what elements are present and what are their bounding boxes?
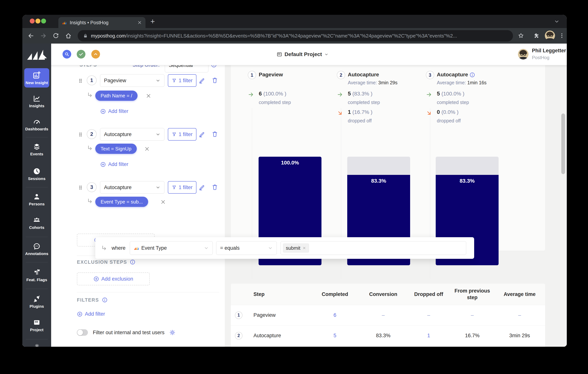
completed-count[interactable]: 6 [259, 91, 262, 97]
chevron-down-icon [156, 185, 160, 190]
row-completed-link[interactable]: 5 [310, 333, 359, 339]
property-filter-pill[interactable]: Text = SignUp [95, 144, 137, 154]
remove-filter-x-icon[interactable] [144, 146, 150, 152]
sidebar-item-label: Annotations [25, 251, 48, 256]
browser-menu-kebab-icon[interactable] [559, 32, 565, 39]
delete-trash-icon[interactable] [211, 184, 218, 191]
sidebar-item-dashboards[interactable]: Dashboards [22, 118, 51, 131]
sidebar-item-events[interactable]: Events [22, 143, 51, 156]
step-order-label: Step Order: [133, 65, 160, 68]
sidebar-item-sessions[interactable]: Sessions [22, 168, 51, 181]
step-event-select[interactable]: Autocapture [100, 128, 164, 140]
home-icon[interactable] [65, 32, 72, 39]
edit-pencil-icon[interactable] [199, 184, 205, 191]
step-event-value: Autocapture [104, 184, 132, 190]
table-row[interactable]: 3 Autocapture 5 83.3% 0 0.0% 1min 16s [231, 346, 545, 347]
drag-handle-icon[interactable] [78, 76, 83, 85]
forward-icon[interactable] [40, 32, 47, 39]
traffic-light-zoom[interactable] [41, 19, 46, 23]
sidebar-item-feature-flags[interactable]: Feat. Flags [22, 269, 51, 282]
info-icon[interactable] [102, 297, 108, 303]
browser-tab[interactable]: Insights • PostHog [58, 17, 146, 28]
table-row[interactable]: 1 Pageview 6 – – – – [231, 305, 545, 325]
step-filter-count-button[interactable]: 1 filter [168, 74, 196, 87]
step-event-select[interactable]: Pageview [100, 74, 164, 87]
add-filter-label: Add filter [108, 108, 128, 114]
property-filter-pill[interactable]: Event Type = sub... [95, 197, 148, 207]
drag-handle-icon[interactable] [78, 130, 83, 139]
row-completed-link[interactable]: 6 [310, 312, 359, 318]
remove-filter-x-icon[interactable] [160, 199, 166, 205]
add-exclusion-label: Add exclusion [101, 276, 133, 282]
project-switcher[interactable]: Default Project [277, 43, 328, 65]
back-icon[interactable] [28, 32, 34, 39]
step-event-select[interactable]: Autocapture [100, 181, 164, 194]
sidebar-item-plugins[interactable]: Plugins [22, 295, 51, 309]
sidebar-item-annotations[interactable]: Annotations [22, 243, 51, 256]
nested-arrow-icon [87, 198, 94, 205]
step-order-select[interactable]: Sequential [165, 65, 208, 72]
search-button[interactable] [63, 50, 71, 59]
completed-count[interactable]: 5 [437, 91, 440, 97]
edit-pencil-icon[interactable] [199, 131, 205, 138]
add-filter-link[interactable]: Add filter [100, 161, 128, 167]
extensions-puzzle-icon[interactable] [533, 32, 539, 39]
new-insight-icon [32, 71, 41, 79]
sidebar-partial-icon[interactable] [35, 344, 39, 347]
sidebar-item-project[interactable]: Project [22, 319, 51, 332]
add-exclusion-button[interactable]: Add exclusion [77, 272, 150, 285]
sidebar-item-persons[interactable]: Persons [22, 193, 51, 206]
traffic-light-close[interactable] [30, 19, 35, 23]
dropped-count[interactable]: 1 [348, 109, 351, 115]
delete-trash-icon[interactable] [211, 77, 218, 84]
bookmark-star-icon[interactable] [518, 32, 524, 39]
row-dropped-link[interactable]: 1 [407, 333, 451, 339]
sidebar-item-label: Project [30, 328, 43, 332]
dropped-off-label: dropped off [437, 118, 461, 124]
info-icon[interactable] [469, 72, 475, 78]
sidebar-item-new-insight[interactable]: New Insight [24, 68, 49, 87]
property-filter-pill[interactable]: Path Name = / [95, 91, 137, 101]
upgrade-button[interactable] [91, 50, 100, 59]
scrollbar-thumb[interactable] [561, 114, 565, 174]
tab-close-icon[interactable] [137, 20, 142, 25]
reload-icon[interactable] [53, 32, 59, 39]
add-filter-link[interactable]: Add filter [100, 108, 128, 114]
funnel-results-pane: 1 Pageview 6 (100.0% ) completed step 2 … [225, 65, 567, 347]
value-tag[interactable]: submit [283, 244, 309, 253]
dropped-count[interactable]: 0 [437, 109, 440, 115]
status-check-button[interactable] [77, 50, 85, 59]
filter-count-label: 1 filter [179, 131, 193, 137]
property-select[interactable]: Event Type [130, 241, 213, 255]
remove-tag-x-icon[interactable] [302, 246, 306, 250]
completed-arrow-icon [248, 91, 254, 98]
add-global-filter-link[interactable]: Add filter [77, 311, 105, 317]
edit-pencil-icon[interactable] [199, 77, 205, 84]
filter-test-users-toggle[interactable] [77, 329, 88, 336]
table-row[interactable]: 2 Autocapture 5 83.3% 1 16.7% 3min 29s [231, 325, 545, 346]
drag-handle-icon[interactable] [78, 183, 83, 192]
step-filter-count-button[interactable]: 1 filter [168, 181, 196, 194]
filters-title: FILTERS [77, 297, 99, 303]
tab-search-chevron-icon[interactable] [554, 19, 560, 24]
value-input[interactable]: submit [281, 241, 466, 255]
address-bar[interactable]: myposthog.com/insights?insight=FUNNELS&a… [78, 30, 513, 42]
completed-count[interactable]: 5 [348, 91, 351, 97]
user-avatar[interactable] [518, 49, 528, 60]
new-tab-button[interactable]: + [150, 18, 155, 25]
remove-filter-x-icon[interactable] [146, 93, 152, 99]
nested-arrow-icon [101, 245, 108, 252]
step-order-info-icon[interactable] [211, 65, 217, 68]
sidebar-divider [26, 262, 48, 262]
delete-trash-icon[interactable] [211, 131, 218, 138]
sidebar-divider [26, 339, 48, 339]
posthog-logo[interactable] [26, 49, 47, 61]
info-icon[interactable] [130, 259, 136, 265]
gear-icon[interactable] [169, 330, 175, 336]
operator-select[interactable]: = equals [216, 241, 277, 255]
sidebar-item-cohorts[interactable]: Cohorts [22, 216, 51, 230]
sidebar-item-insights[interactable]: Insights [22, 95, 51, 108]
step-filter-count-button[interactable]: 1 filter [168, 128, 196, 140]
browser-profile-avatar[interactable] [545, 31, 555, 41]
traffic-light-minimize[interactable] [35, 19, 40, 23]
